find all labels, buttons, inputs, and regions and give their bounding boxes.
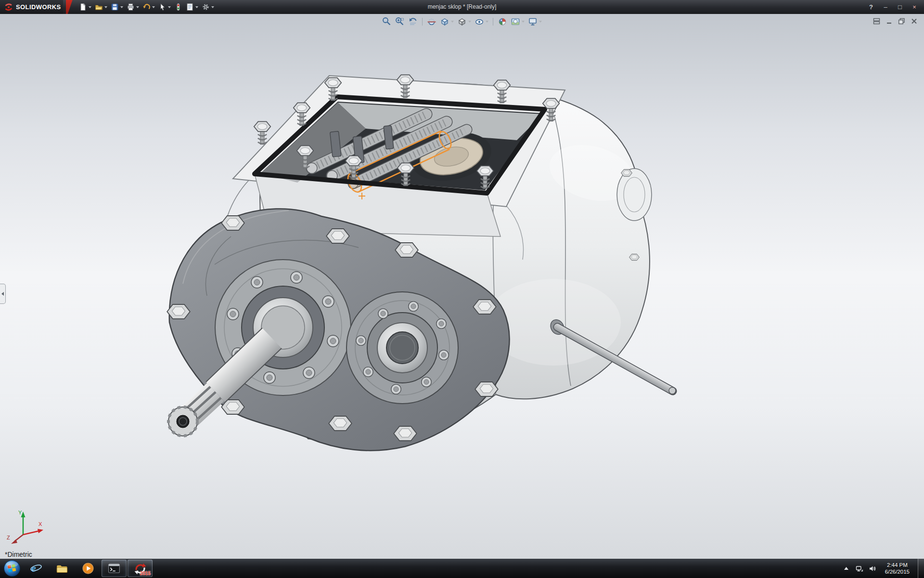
dropdown-caret[interactable] bbox=[195, 6, 198, 8]
tile-windows-button[interactable] bbox=[872, 17, 881, 25]
display-style-button[interactable] bbox=[457, 17, 471, 26]
socket-screw[interactable] bbox=[356, 336, 366, 345]
new-document-icon bbox=[79, 3, 87, 11]
taskbar-item-media-player[interactable] bbox=[76, 560, 101, 577]
socket-screw[interactable] bbox=[436, 319, 446, 328]
close-document-button[interactable] bbox=[910, 17, 918, 25]
hex-bolt[interactable] bbox=[629, 254, 640, 260]
section-view-icon bbox=[427, 17, 436, 26]
socket-screw[interactable] bbox=[363, 367, 373, 377]
hex-bolt[interactable] bbox=[394, 426, 417, 441]
socket-screw[interactable] bbox=[409, 302, 418, 311]
chevron-left-icon bbox=[1, 292, 4, 296]
dropdown-caret[interactable] bbox=[451, 21, 454, 23]
options-button[interactable] bbox=[200, 1, 216, 13]
socket-screw[interactable] bbox=[251, 276, 263, 288]
spline-end[interactable] bbox=[168, 407, 197, 436]
socket-screw[interactable] bbox=[378, 309, 388, 318]
dropdown-caret[interactable] bbox=[468, 21, 471, 23]
rebuild-button[interactable] bbox=[173, 1, 184, 13]
hex-bolt[interactable] bbox=[395, 243, 418, 257]
view-settings-button[interactable] bbox=[528, 17, 542, 26]
network-status-icon[interactable] bbox=[855, 564, 864, 573]
dropdown-caret[interactable] bbox=[211, 6, 214, 8]
select-tool-button[interactable] bbox=[157, 1, 172, 13]
edit-appearance-button[interactable] bbox=[498, 17, 507, 26]
restore-document-button[interactable] bbox=[897, 17, 906, 25]
heads-up-view-toolbar bbox=[382, 17, 542, 26]
new-document-button[interactable] bbox=[77, 1, 93, 13]
featuremanager-collapsed-tab[interactable] bbox=[0, 284, 6, 304]
undo-button[interactable] bbox=[141, 1, 156, 13]
zoom-to-fit-button[interactable] bbox=[382, 17, 392, 26]
hex-bolt[interactable] bbox=[475, 382, 498, 396]
minimize-document-button[interactable] bbox=[885, 17, 893, 25]
undo-arrow-icon bbox=[142, 3, 151, 11]
zoom-to-fit-icon bbox=[382, 17, 392, 26]
z-axis-label: Z bbox=[7, 535, 10, 540]
hide-show-items-button[interactable] bbox=[475, 17, 488, 26]
section-view-button[interactable] bbox=[427, 17, 436, 26]
socket-screw[interactable] bbox=[303, 367, 315, 379]
dropdown-caret[interactable] bbox=[152, 6, 155, 8]
volume-icon[interactable] bbox=[868, 564, 877, 573]
taskbar-clock[interactable]: 2:44 PM 6/26/2015 bbox=[881, 562, 913, 575]
socket-screw[interactable] bbox=[322, 296, 334, 307]
hex-bolt[interactable] bbox=[167, 304, 190, 319]
show-hidden-icons-button[interactable] bbox=[842, 564, 851, 573]
hex-bolt[interactable] bbox=[326, 229, 349, 243]
socket-screw[interactable] bbox=[227, 308, 239, 320]
hex-bolt[interactable] bbox=[221, 400, 244, 414]
printer-icon bbox=[127, 3, 135, 11]
hex-bolt[interactable] bbox=[621, 170, 632, 176]
dropdown-caret[interactable] bbox=[539, 21, 542, 23]
gearbox-assembly-model[interactable] bbox=[0, 14, 924, 559]
cursor-arrow-icon bbox=[158, 3, 167, 11]
graphics-viewport[interactable]: Y X Z *Dimetric bbox=[0, 14, 924, 559]
dropdown-caret[interactable] bbox=[136, 6, 139, 8]
file-properties-button[interactable] bbox=[184, 1, 200, 13]
apply-scene-button[interactable] bbox=[511, 17, 525, 26]
dropdown-caret[interactable] bbox=[168, 6, 171, 8]
save-floppy-icon bbox=[111, 3, 119, 11]
taskbar-item-solidworks[interactable]: 2015 bbox=[128, 560, 153, 577]
open-document-button[interactable] bbox=[93, 1, 109, 13]
taskbar-item-windows-explorer[interactable] bbox=[50, 560, 75, 577]
document-window-controls bbox=[872, 17, 918, 25]
taskbar-item-internet-explorer[interactable]: e bbox=[24, 560, 49, 577]
dropdown-caret[interactable] bbox=[89, 6, 91, 8]
taskbar-item-command-prompt[interactable] bbox=[102, 560, 127, 577]
print-button[interactable] bbox=[125, 1, 141, 13]
show-desktop-button[interactable] bbox=[918, 559, 924, 578]
close-window-button[interactable]: × bbox=[908, 2, 921, 12]
hex-bolt[interactable] bbox=[221, 216, 244, 230]
socket-screw[interactable] bbox=[391, 384, 401, 394]
app-name: SOLIDWORKS bbox=[16, 3, 61, 11]
socket-screw[interactable] bbox=[422, 377, 431, 387]
previous-view-button[interactable] bbox=[408, 17, 418, 26]
system-tray: 2:44 PM 6/26/2015 bbox=[842, 559, 924, 578]
windows-orb-icon bbox=[3, 560, 21, 577]
zoom-to-area-button[interactable] bbox=[395, 17, 405, 26]
start-button[interactable] bbox=[1, 559, 23, 578]
help-button[interactable]: ? bbox=[864, 3, 878, 11]
socket-screw[interactable] bbox=[439, 350, 449, 360]
maximize-window-button[interactable]: □ bbox=[893, 2, 907, 12]
socket-screw[interactable] bbox=[327, 335, 339, 347]
socket-screw[interactable] bbox=[264, 372, 275, 383]
dropdown-caret[interactable] bbox=[522, 21, 525, 23]
minimize-window-button[interactable]: – bbox=[879, 2, 892, 12]
internet-explorer-icon: e bbox=[30, 562, 42, 575]
save-button[interactable] bbox=[109, 1, 125, 13]
dropdown-caret[interactable] bbox=[104, 6, 107, 8]
dropdown-caret[interactable] bbox=[486, 21, 488, 23]
zoom-to-area-icon bbox=[395, 17, 405, 26]
dropdown-caret[interactable] bbox=[120, 6, 123, 8]
view-orientation-button[interactable] bbox=[440, 17, 454, 26]
windows-taskbar: e bbox=[0, 559, 924, 578]
hex-bolt[interactable] bbox=[473, 300, 496, 314]
hex-bolt[interactable] bbox=[329, 416, 352, 431]
toolbar-separator bbox=[493, 18, 493, 26]
output-shaft-boss[interactable] bbox=[346, 292, 458, 404]
socket-screw[interactable] bbox=[291, 272, 302, 283]
